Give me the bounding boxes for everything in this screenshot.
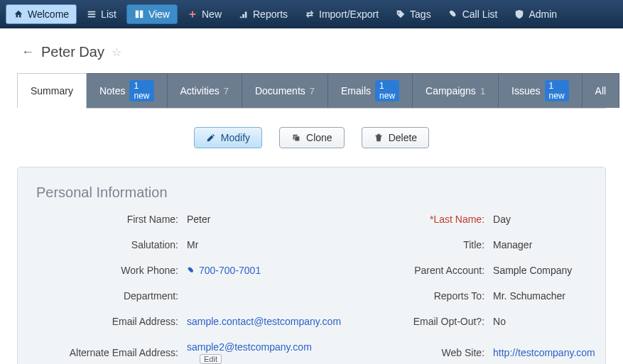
tab-label: Notes: [99, 85, 126, 96]
nav-label: Call List: [462, 9, 498, 20]
tab-all[interactable]: All: [583, 73, 620, 108]
badge-new: 1 new: [129, 80, 153, 101]
trash-icon: [374, 133, 384, 143]
nav-label: Reports: [253, 9, 288, 20]
value-opt-out: No: [493, 316, 595, 327]
view-icon: [134, 9, 144, 19]
label-reports-to: Reports To:: [350, 290, 484, 302]
phone-icon: [448, 9, 458, 19]
pencil-icon: [206, 133, 216, 143]
personal-info-panel: Personal Information First Name: Peter *…: [17, 167, 606, 364]
value-email: sample.contact@testcompany.com: [187, 316, 341, 327]
label-email: Email Address:: [36, 316, 178, 327]
nav-import-export[interactable]: Import/Export: [298, 5, 386, 23]
reports-icon: [239, 9, 249, 19]
nav-view[interactable]: View: [126, 4, 178, 24]
email-link[interactable]: sample.contact@testcompany.com: [187, 316, 341, 327]
tab-label: Activities: [180, 85, 220, 96]
tab-label: All: [595, 85, 607, 96]
value-first-name: Peter: [187, 214, 341, 225]
value-parent-account: Sample Company: [493, 265, 595, 276]
nav-list[interactable]: List: [80, 5, 124, 23]
label-work-phone: Work Phone:: [36, 265, 178, 276]
nav-call-list[interactable]: Call List: [441, 5, 505, 23]
edit-alt-email-button[interactable]: Edit: [200, 354, 222, 364]
button-label: Modify: [221, 132, 250, 143]
phone-icon: [187, 266, 195, 275]
label-opt-out: Email Opt-Out?:: [350, 316, 484, 327]
label-department: Department:: [36, 290, 178, 302]
label-alt-email: Alternate Email Address:: [36, 347, 178, 358]
value-reports-to: Mr. Schumacher: [493, 290, 595, 302]
delete-button[interactable]: Delete: [362, 127, 429, 148]
tab-activities[interactable]: Activities7: [168, 73, 242, 108]
tab-documents[interactable]: Documents7: [242, 73, 328, 108]
badge-count: 7: [224, 86, 229, 96]
website-link[interactable]: http://testcompany.com: [493, 347, 595, 358]
clone-button[interactable]: Clone: [279, 127, 345, 148]
nav-label: Tags: [410, 9, 431, 20]
star-icon[interactable]: ☆: [112, 45, 121, 59]
tab-label: Summary: [31, 85, 73, 96]
tab-emails[interactable]: Emails1 new: [328, 73, 413, 108]
label-title: Title:: [350, 239, 484, 250]
tab-notes[interactable]: Notes1 new: [87, 73, 168, 108]
alt-email-link[interactable]: sample2@testcompany.com: [187, 341, 312, 353]
nav-label: New: [202, 9, 222, 20]
page-title: Peter Day: [41, 44, 104, 60]
tab-label: Issues: [511, 85, 540, 96]
label-last-name: *Last Name:: [350, 214, 484, 225]
action-row: Modify Clone Delete: [17, 127, 606, 148]
list-icon: [87, 9, 97, 19]
tab-label: Emails: [341, 85, 371, 96]
nav-label: List: [101, 9, 117, 20]
phone-link[interactable]: 700-700-7001: [199, 265, 261, 276]
value-web-site: http://testcompany.com: [493, 347, 595, 358]
tab-label: Campaigns: [426, 85, 476, 96]
tab-summary[interactable]: Summary: [17, 73, 87, 109]
clone-icon: [291, 133, 301, 143]
badge-new: 1 new: [375, 80, 399, 101]
button-label: Delete: [389, 132, 417, 143]
back-arrow-icon[interactable]: ←: [21, 45, 34, 60]
label-parent-account: Parent Account:: [350, 265, 484, 276]
nav-label: Welcome: [28, 9, 69, 20]
plus-icon: [188, 9, 197, 19]
top-nav: Welcome List View New Reports Import/Exp…: [0, 0, 623, 28]
value-salutation: Mr: [187, 239, 341, 250]
tag-icon: [396, 9, 406, 19]
shield-icon: [514, 9, 524, 19]
value-last-name: Day: [493, 214, 595, 225]
label-web-site: Web Site:: [350, 347, 484, 358]
nav-label: View: [148, 9, 170, 20]
button-label: Clone: [306, 132, 332, 143]
nav-welcome[interactable]: Welcome: [6, 4, 77, 24]
nav-label: Import/Export: [319, 9, 379, 20]
home-icon: [13, 9, 23, 19]
tab-label: Documents: [255, 85, 305, 96]
badge-new: 1 new: [545, 80, 569, 101]
value-alt-email: sample2@testcompany.com Edit: [187, 341, 341, 364]
record-tabs: Summary Notes1 new Activities7 Documents…: [17, 73, 606, 109]
badge-count: 1: [480, 86, 485, 96]
value-title: Manager: [493, 239, 595, 250]
value-work-phone: 700-700-7001: [187, 265, 341, 276]
nav-tags[interactable]: Tags: [389, 5, 438, 23]
badge-count: 7: [310, 86, 315, 96]
nav-new[interactable]: New: [180, 5, 229, 23]
nav-reports[interactable]: Reports: [232, 5, 295, 23]
swap-icon: [305, 9, 315, 19]
nav-label: Admin: [529, 9, 557, 20]
label-first-name: First Name:: [36, 214, 178, 225]
label-salutation: Salutation:: [36, 239, 178, 250]
tab-issues[interactable]: Issues1 new: [499, 73, 582, 108]
tab-campaigns[interactable]: Campaigns1: [413, 73, 499, 108]
section-title: Personal Information: [36, 184, 587, 201]
modify-button[interactable]: Modify: [194, 127, 262, 148]
nav-admin[interactable]: Admin: [507, 5, 564, 23]
